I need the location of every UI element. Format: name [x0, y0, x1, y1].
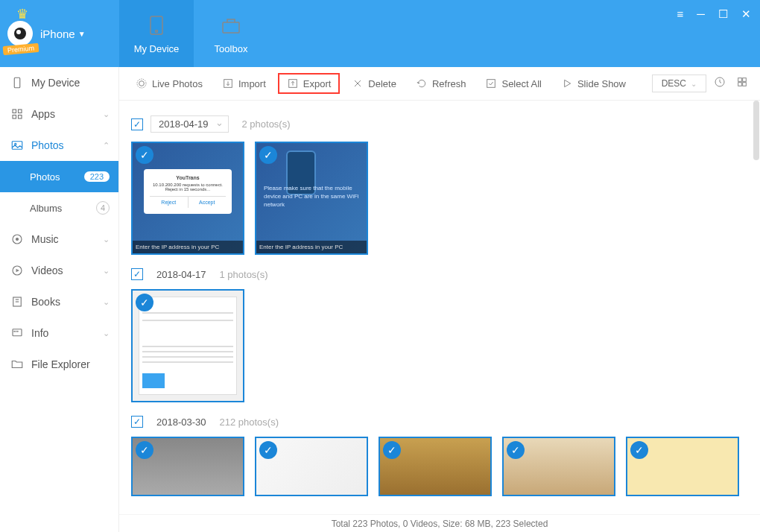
photo-thumbnail[interactable]: Please make sure that the mobile device …	[255, 142, 368, 255]
thumbnail-row: YouTrans 10.10.200.200 requests to conne…	[131, 142, 748, 255]
slide-show-button[interactable]: Slide Show	[554, 73, 633, 94]
svg-point-19	[17, 331, 18, 332]
export-button[interactable]: Export	[278, 73, 341, 94]
date-dropdown[interactable]: 2018-04-19	[151, 115, 229, 133]
svg-rect-2	[223, 22, 239, 33]
chevron-down-icon[interactable]: ▼	[78, 30, 86, 38]
sidebar-item-photos[interactable]: Photos ⌃	[0, 130, 118, 161]
tab-label: My Device	[134, 43, 180, 54]
svg-rect-24	[487, 80, 495, 88]
sidebar-label: Books	[31, 296, 60, 308]
check-icon[interactable]: ✓	[259, 441, 277, 459]
maximize-icon[interactable]: ☐	[718, 7, 728, 21]
svg-rect-26	[738, 78, 742, 82]
photo-thumbnail[interactable]: ✓	[626, 437, 739, 496]
photo-count: 1 photos(s)	[220, 269, 268, 280]
grid-view-icon[interactable]	[733, 73, 751, 94]
status-bar: Total 223 Photos, 0 Videos, Size: 68 MB,…	[119, 514, 760, 532]
check-icon[interactable]: ✓	[136, 441, 153, 459]
photo-thumbnail[interactable]: ✓	[255, 437, 368, 496]
check-icon[interactable]: ✓	[136, 294, 153, 311]
button-label: Live Photos	[152, 78, 203, 89]
count-badge: 223	[84, 171, 110, 182]
svg-rect-28	[738, 83, 742, 86]
refresh-button[interactable]: Refresh	[408, 73, 474, 94]
sidebar-sub-albums[interactable]: Albums 4	[0, 192, 118, 224]
crown-icon: ♛	[16, 6, 28, 22]
date-label: 2018-03-30	[156, 417, 206, 428]
sidebar-item-info[interactable]: Info ⌄	[0, 317, 118, 349]
sidebar-label: Music	[31, 233, 59, 245]
main-panel: Live Photos Import Export Delete Refresh…	[119, 67, 760, 532]
count-badge: 4	[96, 201, 110, 215]
tab-my-device[interactable]: My Device	[119, 0, 194, 67]
live-photos-button[interactable]: Live Photos	[128, 73, 210, 94]
toolbar: Live Photos Import Export Delete Refresh…	[119, 67, 760, 101]
group-checkbox[interactable]: ✓	[131, 118, 143, 130]
svg-point-9	[15, 143, 16, 145]
minimize-icon[interactable]: ─	[697, 7, 705, 21]
check-icon[interactable]: ✓	[259, 146, 277, 164]
check-icon[interactable]: ✓	[136, 146, 153, 164]
nav-tabs: My Device Toolbox	[119, 0, 268, 67]
svg-rect-16	[13, 329, 22, 336]
group-checkbox[interactable]: ✓	[131, 268, 143, 280]
svg-rect-0	[151, 16, 162, 34]
sidebar-label: Photos	[31, 139, 64, 151]
chevron-up-icon: ⌃	[103, 141, 110, 151]
svg-rect-27	[743, 78, 747, 82]
main-body: My Device Apps ⌄ Photos ⌃ Photos 223 Alb…	[0, 67, 760, 532]
check-icon[interactable]: ✓	[630, 441, 648, 459]
svg-rect-4	[13, 110, 16, 113]
scrollbar-thumb[interactable]	[753, 101, 759, 160]
tab-toolbox[interactable]: Toolbox	[194, 0, 268, 67]
sidebar-item-books[interactable]: Books ⌄	[0, 286, 118, 317]
sort-button[interactable]: DESC ⌄	[652, 75, 706, 92]
sidebar-item-file-explorer[interactable]: File Explorer	[0, 349, 118, 380]
photo-thumbnail[interactable]: ✓	[379, 437, 492, 496]
thumbnail-row: ✓	[131, 289, 748, 402]
photo-thumbnail[interactable]: ✓	[131, 289, 244, 402]
button-label: Delete	[368, 78, 396, 89]
time-view-icon[interactable]	[711, 73, 729, 94]
photo-thumbnail[interactable]: ✓	[131, 437, 244, 496]
sidebar-label: File Explorer	[31, 358, 90, 370]
import-button[interactable]: Import	[215, 73, 273, 94]
svg-point-17	[14, 331, 15, 332]
app-header: ♛ Premium iPhone ▼ My Device Toolbox ≡ ─…	[0, 0, 760, 67]
sidebar-item-videos[interactable]: Videos ⌄	[0, 255, 118, 286]
svg-rect-6	[13, 115, 16, 119]
svg-rect-3	[14, 77, 20, 88]
sidebar-item-apps[interactable]: Apps ⌄	[0, 98, 118, 130]
date-group-header: ✓ 2018-04-17 1 photos(s)	[131, 268, 748, 280]
photo-thumbnail[interactable]: YouTrans 10.10.200.200 requests to conne…	[131, 142, 244, 255]
group-checkbox[interactable]: ✓	[131, 416, 143, 428]
button-label: Select All	[501, 78, 541, 89]
select-all-button[interactable]: Select All	[478, 73, 548, 94]
svg-point-1	[156, 30, 158, 32]
sidebar: My Device Apps ⌄ Photos ⌃ Photos 223 Alb…	[0, 67, 119, 532]
scrollbar[interactable]	[753, 101, 760, 514]
svg-rect-7	[19, 115, 22, 119]
check-icon[interactable]: ✓	[383, 441, 401, 459]
svg-rect-8	[12, 142, 22, 150]
button-label: Import	[238, 78, 266, 89]
delete-button[interactable]: Delete	[344, 73, 404, 94]
brand-area[interactable]: ♛ Premium iPhone ▼	[0, 0, 119, 67]
svg-point-11	[16, 238, 19, 241]
photo-thumbnail[interactable]: ✓	[502, 437, 615, 496]
check-icon[interactable]: ✓	[507, 441, 525, 459]
menu-icon[interactable]: ≡	[677, 7, 684, 21]
sidebar-label: Videos	[31, 265, 63, 276]
sidebar-item-my-device[interactable]: My Device	[0, 67, 118, 98]
app-logo-icon	[7, 21, 33, 46]
sidebar-label: Info	[31, 327, 48, 339]
chevron-down-icon: ⌄	[103, 297, 110, 307]
sidebar-label: My Device	[31, 77, 80, 89]
close-icon[interactable]: ✕	[741, 7, 751, 21]
svg-point-20	[139, 81, 145, 86]
svg-point-18	[16, 331, 16, 332]
sidebar-sub-photos[interactable]: Photos 223	[0, 161, 118, 192]
sidebar-item-music[interactable]: Music ⌄	[0, 224, 118, 255]
status-text: Total 223 Photos, 0 Videos, Size: 68 MB,…	[332, 519, 548, 529]
